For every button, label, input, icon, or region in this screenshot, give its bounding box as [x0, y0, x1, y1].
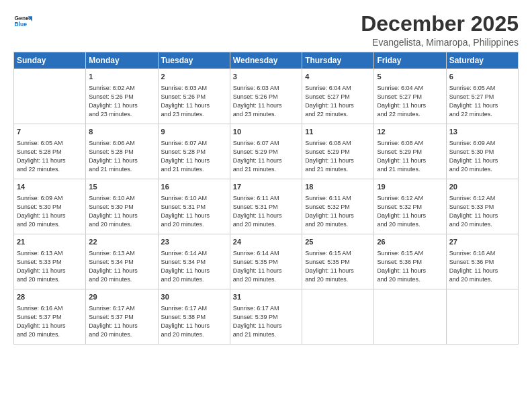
day-cell: 1Sunrise: 6:02 AM Sunset: 5:26 PM Daylig…	[86, 69, 158, 124]
col-header-tuesday: Tuesday	[158, 52, 230, 69]
day-number: 4	[305, 72, 371, 82]
day-cell	[446, 289, 518, 345]
day-number: 24	[233, 237, 299, 247]
day-cell: 19Sunrise: 6:12 AM Sunset: 5:32 PM Dayli…	[374, 179, 446, 234]
col-header-friday: Friday	[374, 52, 446, 69]
day-info: Sunrise: 6:04 AM Sunset: 5:27 PM Dayligh…	[377, 84, 443, 119]
day-number: 22	[89, 237, 154, 247]
day-cell: 20Sunrise: 6:12 AM Sunset: 5:33 PM Dayli…	[446, 179, 518, 234]
day-number: 20	[449, 182, 515, 192]
day-info: Sunrise: 6:15 AM Sunset: 5:35 PM Dayligh…	[305, 249, 371, 284]
day-number: 13	[449, 127, 515, 137]
day-number: 8	[89, 127, 154, 137]
day-number: 3	[233, 72, 299, 82]
day-number: 21	[17, 237, 83, 247]
day-cell: 27Sunrise: 6:16 AM Sunset: 5:36 PM Dayli…	[446, 234, 518, 289]
day-number: 25	[305, 237, 371, 247]
day-cell: 16Sunrise: 6:10 AM Sunset: 5:31 PM Dayli…	[158, 179, 230, 234]
day-cell: 22Sunrise: 6:13 AM Sunset: 5:34 PM Dayli…	[86, 234, 158, 289]
day-cell: 2Sunrise: 6:03 AM Sunset: 5:26 PM Daylig…	[158, 69, 230, 124]
logo: General Blue	[13, 12, 32, 31]
day-cell: 30Sunrise: 6:17 AM Sunset: 5:38 PM Dayli…	[158, 289, 230, 345]
day-info: Sunrise: 6:13 AM Sunset: 5:34 PM Dayligh…	[89, 249, 154, 284]
day-cell: 29Sunrise: 6:17 AM Sunset: 5:37 PM Dayli…	[86, 289, 158, 345]
day-number: 30	[161, 292, 227, 302]
logo-icon: General Blue	[13, 12, 32, 31]
day-info: Sunrise: 6:06 AM Sunset: 5:28 PM Dayligh…	[89, 139, 154, 174]
week-row-2: 7Sunrise: 6:05 AM Sunset: 5:28 PM Daylig…	[14, 124, 519, 179]
day-cell: 4Sunrise: 6:04 AM Sunset: 5:27 PM Daylig…	[302, 69, 374, 124]
day-cell: 11Sunrise: 6:08 AM Sunset: 5:29 PM Dayli…	[302, 124, 374, 179]
day-cell: 26Sunrise: 6:15 AM Sunset: 5:36 PM Dayli…	[374, 234, 446, 289]
location-subtitle: Evangelista, Mimaropa, Philippines	[361, 37, 519, 48]
day-number: 15	[89, 182, 154, 192]
day-cell	[14, 69, 86, 124]
day-cell: 5Sunrise: 6:04 AM Sunset: 5:27 PM Daylig…	[374, 69, 446, 124]
day-info: Sunrise: 6:08 AM Sunset: 5:29 PM Dayligh…	[377, 139, 443, 174]
col-header-thursday: Thursday	[302, 52, 374, 69]
month-title: December 2025	[361, 12, 519, 36]
day-number: 16	[161, 182, 227, 192]
day-number: 11	[305, 127, 371, 137]
col-header-monday: Monday	[86, 52, 158, 69]
day-cell	[374, 289, 446, 345]
day-cell: 28Sunrise: 6:16 AM Sunset: 5:37 PM Dayli…	[14, 289, 86, 345]
col-header-sunday: Sunday	[14, 52, 86, 69]
day-info: Sunrise: 6:12 AM Sunset: 5:32 PM Dayligh…	[377, 194, 443, 229]
day-info: Sunrise: 6:04 AM Sunset: 5:27 PM Dayligh…	[305, 84, 371, 119]
day-info: Sunrise: 6:16 AM Sunset: 5:36 PM Dayligh…	[449, 249, 515, 284]
week-row-4: 21Sunrise: 6:13 AM Sunset: 5:33 PM Dayli…	[14, 234, 519, 289]
day-number: 19	[377, 182, 443, 192]
day-cell: 6Sunrise: 6:05 AM Sunset: 5:27 PM Daylig…	[446, 69, 518, 124]
day-info: Sunrise: 6:10 AM Sunset: 5:30 PM Dayligh…	[89, 194, 154, 229]
calendar-table: SundayMondayTuesdayWednesdayThursdayFrid…	[13, 52, 519, 345]
day-info: Sunrise: 6:07 AM Sunset: 5:28 PM Dayligh…	[161, 139, 227, 174]
day-info: Sunrise: 6:07 AM Sunset: 5:29 PM Dayligh…	[233, 139, 299, 174]
day-cell: 10Sunrise: 6:07 AM Sunset: 5:29 PM Dayli…	[230, 124, 302, 179]
week-row-3: 14Sunrise: 6:09 AM Sunset: 5:30 PM Dayli…	[14, 179, 519, 234]
day-number: 9	[161, 127, 227, 137]
day-cell: 25Sunrise: 6:15 AM Sunset: 5:35 PM Dayli…	[302, 234, 374, 289]
day-cell: 31Sunrise: 6:17 AM Sunset: 5:39 PM Dayli…	[230, 289, 302, 345]
day-number: 28	[17, 292, 83, 302]
week-row-5: 28Sunrise: 6:16 AM Sunset: 5:37 PM Dayli…	[14, 289, 519, 345]
day-info: Sunrise: 6:10 AM Sunset: 5:31 PM Dayligh…	[161, 194, 227, 229]
day-number: 12	[377, 127, 443, 137]
day-info: Sunrise: 6:08 AM Sunset: 5:29 PM Dayligh…	[305, 139, 371, 174]
title-block: December 2025 Evangelista, Mimaropa, Phi…	[361, 12, 519, 48]
week-row-1: 1Sunrise: 6:02 AM Sunset: 5:26 PM Daylig…	[14, 69, 519, 124]
day-number: 2	[161, 72, 227, 82]
day-number: 10	[233, 127, 299, 137]
day-info: Sunrise: 6:16 AM Sunset: 5:37 PM Dayligh…	[17, 304, 83, 339]
day-number: 27	[449, 237, 515, 247]
day-cell: 3Sunrise: 6:03 AM Sunset: 5:26 PM Daylig…	[230, 69, 302, 124]
page-container: General Blue December 2025 Evangelista, …	[0, 0, 532, 351]
day-number: 31	[233, 292, 299, 302]
day-info: Sunrise: 6:17 AM Sunset: 5:37 PM Dayligh…	[89, 304, 154, 339]
day-info: Sunrise: 6:03 AM Sunset: 5:26 PM Dayligh…	[161, 84, 227, 119]
day-cell: 18Sunrise: 6:11 AM Sunset: 5:32 PM Dayli…	[302, 179, 374, 234]
day-info: Sunrise: 6:09 AM Sunset: 5:30 PM Dayligh…	[449, 139, 515, 174]
header: General Blue December 2025 Evangelista, …	[13, 12, 519, 48]
day-number: 5	[377, 72, 443, 82]
day-number: 18	[305, 182, 371, 192]
day-number: 6	[449, 72, 515, 82]
day-cell: 9Sunrise: 6:07 AM Sunset: 5:28 PM Daylig…	[158, 124, 230, 179]
svg-text:Blue: Blue	[15, 21, 28, 28]
day-info: Sunrise: 6:14 AM Sunset: 5:34 PM Dayligh…	[161, 249, 227, 284]
day-cell: 24Sunrise: 6:14 AM Sunset: 5:35 PM Dayli…	[230, 234, 302, 289]
col-header-saturday: Saturday	[446, 52, 518, 69]
day-number: 26	[377, 237, 443, 247]
day-info: Sunrise: 6:02 AM Sunset: 5:26 PM Dayligh…	[89, 84, 154, 119]
day-info: Sunrise: 6:17 AM Sunset: 5:38 PM Dayligh…	[161, 304, 227, 339]
day-cell: 21Sunrise: 6:13 AM Sunset: 5:33 PM Dayli…	[14, 234, 86, 289]
day-cell: 14Sunrise: 6:09 AM Sunset: 5:30 PM Dayli…	[14, 179, 86, 234]
day-number: 29	[89, 292, 154, 302]
day-info: Sunrise: 6:11 AM Sunset: 5:31 PM Dayligh…	[233, 194, 299, 229]
col-header-wednesday: Wednesday	[230, 52, 302, 69]
day-info: Sunrise: 6:15 AM Sunset: 5:36 PM Dayligh…	[377, 249, 443, 284]
day-info: Sunrise: 6:03 AM Sunset: 5:26 PM Dayligh…	[233, 84, 299, 119]
day-cell: 17Sunrise: 6:11 AM Sunset: 5:31 PM Dayli…	[230, 179, 302, 234]
day-info: Sunrise: 6:13 AM Sunset: 5:33 PM Dayligh…	[17, 249, 83, 284]
day-cell: 8Sunrise: 6:06 AM Sunset: 5:28 PM Daylig…	[86, 124, 158, 179]
